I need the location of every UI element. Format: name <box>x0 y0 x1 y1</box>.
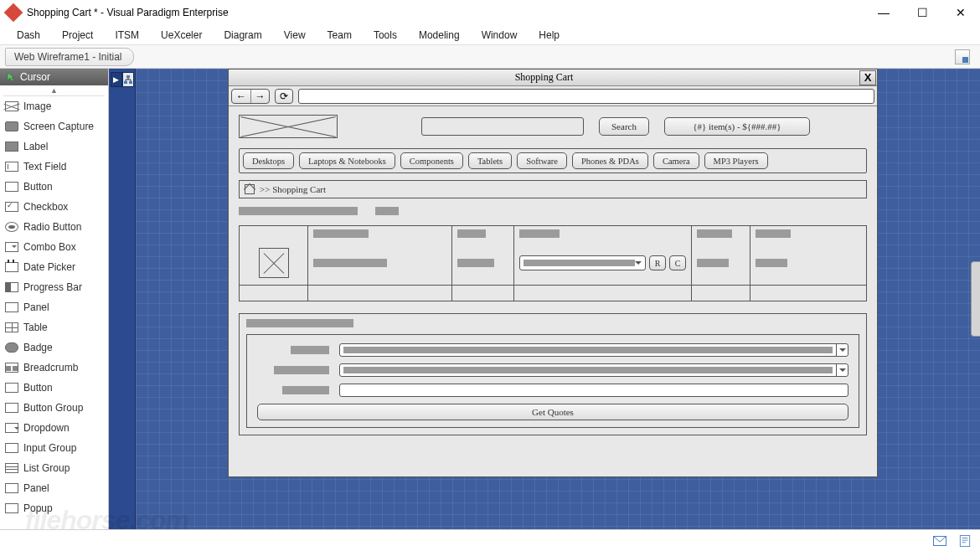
table-row <box>240 285 866 301</box>
tab-tablets[interactable]: Tablets <box>468 152 512 169</box>
palette-dropdown[interactable]: Dropdown <box>0 418 108 438</box>
label-icon <box>5 142 18 152</box>
cart-items-button[interactable]: {#} item(s) - ${###.##} <box>664 117 810 136</box>
menu-modeling[interactable]: Modeling <box>419 29 460 41</box>
palette-input-group-label: Input Group <box>23 442 76 454</box>
tool-palette: Cursor ▲ Image Screen Capture Label Text… <box>0 69 109 529</box>
menu-project[interactable]: Project <box>62 29 93 41</box>
palette-button2[interactable]: Button <box>0 378 108 398</box>
palette-table[interactable]: Table <box>0 317 108 337</box>
menu-help[interactable]: Help <box>539 29 560 41</box>
palette-badge[interactable]: Badge <box>0 337 108 358</box>
palette-panel2-label: Panel <box>23 482 49 494</box>
palette-input-group[interactable]: Input Group <box>0 438 108 458</box>
canvas-scrollbar[interactable] <box>971 261 980 337</box>
palette-cursor-label: Cursor <box>20 71 50 83</box>
palette-combo-box[interactable]: Combo Box <box>0 237 108 257</box>
postcode-field[interactable] <box>339 384 848 397</box>
header-placeholder <box>756 229 791 238</box>
address-bar[interactable] <box>298 89 874 104</box>
clear-qty-button[interactable]: C <box>669 255 686 270</box>
minimize-button[interactable]: — <box>864 0 903 25</box>
tab-software[interactable]: Software <box>517 152 567 169</box>
palette-panel2[interactable]: Panel <box>0 478 108 498</box>
close-window-button[interactable]: ✕ <box>941 0 980 25</box>
tab-phones-label: Phones & PDAs <box>581 157 639 166</box>
panel-heading-placeholder <box>246 319 353 327</box>
table-row: R C <box>240 241 866 285</box>
tab-desktops[interactable]: Desktops <box>243 152 294 169</box>
breadcrumb-home-icon <box>245 184 255 194</box>
logo-placeholder[interactable] <box>239 115 338 138</box>
palette-text-field[interactable]: Text Field <box>0 157 108 177</box>
region-combo[interactable] <box>339 363 848 377</box>
nav-refresh-button[interactable]: ⟳ <box>276 90 292 103</box>
breadcrumb-tab[interactable]: Web Wireframe1 - Initial <box>5 48 134 66</box>
palette-button2-label: Button <box>23 382 53 394</box>
palette-image[interactable]: Image <box>0 96 108 116</box>
get-quotes-button[interactable]: Get Quotes <box>257 404 848 420</box>
wireframe-close-button[interactable]: X <box>859 70 876 85</box>
svg-rect-1 <box>124 81 127 84</box>
perspective-icon[interactable] <box>955 49 970 64</box>
country-combo[interactable] <box>339 343 848 357</box>
menu-dash[interactable]: Dash <box>17 29 40 41</box>
palette-radio-button[interactable]: Radio Button <box>0 217 108 237</box>
palette-image-label: Image <box>23 100 51 112</box>
menu-view[interactable]: View <box>284 29 306 41</box>
tab-laptops[interactable]: Laptops & Notebooks <box>299 152 395 169</box>
palette-button[interactable]: Button <box>0 177 108 197</box>
palette-checkbox[interactable]: Checkbox <box>0 197 108 217</box>
palette-date-picker-label: Date Picker <box>23 261 75 273</box>
svg-rect-0 <box>126 75 130 78</box>
wireframe-window[interactable]: Shopping Cart X ← → ⟳ Search {#} item <box>228 69 878 477</box>
mail-icon[interactable] <box>933 535 946 547</box>
quantity-combo[interactable] <box>519 255 646 270</box>
design-canvas[interactable]: Shopping Cart X ← → ⟳ Search {#} item <box>136 69 980 529</box>
palette-toggle-button[interactable]: ▶ <box>111 72 134 529</box>
palette-popup-label: Popup <box>23 502 53 514</box>
palette-progress-bar[interactable]: Progress Bar <box>0 277 108 297</box>
menu-itsm[interactable]: ITSM <box>115 29 139 41</box>
maximize-button[interactable]: ☐ <box>903 0 941 25</box>
palette-label[interactable]: Label <box>0 136 108 157</box>
button-group-icon <box>5 403 18 413</box>
tab-camera[interactable]: Camera <box>653 152 699 169</box>
palette-cursor[interactable]: Cursor <box>0 69 108 85</box>
palette-handle[interactable]: ▲ <box>0 85 108 95</box>
palette-button-group[interactable]: Button Group <box>0 398 108 418</box>
tab-components[interactable]: Components <box>400 152 463 169</box>
product-thumbnail[interactable] <box>259 248 289 278</box>
nav-back-button[interactable]: ← <box>232 90 250 103</box>
palette-date-picker[interactable]: Date Picker <box>0 257 108 277</box>
menu-diagram[interactable]: Diagram <box>224 29 261 41</box>
tab-tablets-label: Tablets <box>477 157 503 166</box>
menu-team[interactable]: Team <box>328 29 352 41</box>
palette-panel[interactable]: Panel <box>0 297 108 317</box>
wireframe-title: Shopping Cart <box>229 71 859 84</box>
table-cell <box>692 286 750 301</box>
input-group-icon <box>5 443 18 453</box>
table-cell <box>308 286 452 301</box>
refresh-qty-button[interactable]: R <box>649 255 666 270</box>
note-icon[interactable] <box>958 535 972 547</box>
text-placeholder <box>313 259 387 267</box>
palette-list-group[interactable]: List Group <box>0 458 108 478</box>
table-cell-total <box>750 241 809 285</box>
nav-forward-button[interactable]: → <box>250 90 269 103</box>
palette-screen-capture-label: Screen Capture <box>23 121 94 132</box>
tab-mp3[interactable]: MP3 Players <box>704 152 768 169</box>
palette-popup[interactable]: Popup <box>0 498 108 518</box>
clear-qty-label: C <box>675 259 681 268</box>
tab-phones[interactable]: Phones & PDAs <box>572 152 648 169</box>
palette-screen-capture[interactable]: Screen Capture <box>0 116 108 136</box>
menu-uexceler[interactable]: UeXceler <box>161 29 202 41</box>
wireframe-breadcrumb[interactable]: >> Shopping Cart <box>239 180 867 198</box>
search-field[interactable] <box>421 117 584 136</box>
palette-breadcrumb[interactable]: Breadcrumb <box>0 358 108 378</box>
menu-tools[interactable]: Tools <box>374 29 397 41</box>
category-tabbar: Desktops Laptops & Notebooks Components … <box>239 148 867 173</box>
search-button[interactable]: Search <box>599 117 649 136</box>
menu-window[interactable]: Window <box>482 29 518 41</box>
header-placeholder <box>313 229 369 238</box>
